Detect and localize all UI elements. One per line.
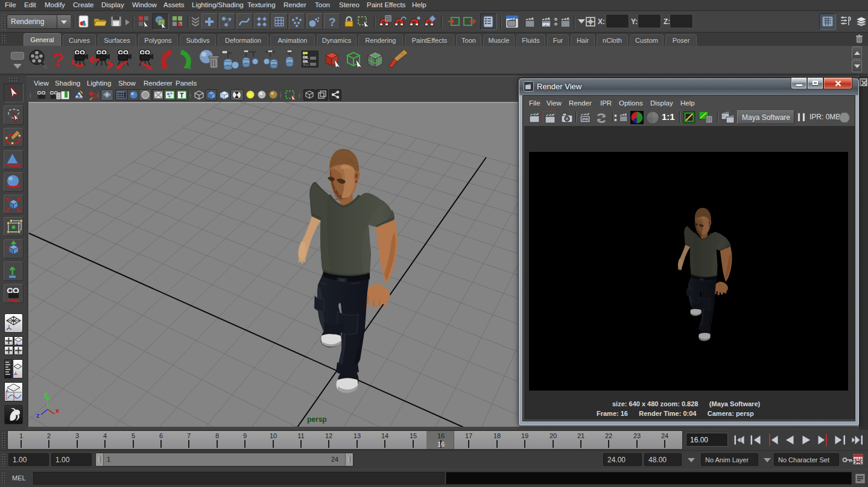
svg-text:IPR: IPR xyxy=(542,22,550,27)
svg-text:"": "" xyxy=(722,115,724,119)
svg-text:T: T xyxy=(180,92,184,99)
svg-text:z: z xyxy=(36,412,40,419)
svg-text:?: ? xyxy=(52,49,64,71)
svg-text:?: ? xyxy=(329,16,336,28)
svg-text:IPR: IPR xyxy=(582,118,589,121)
svg-text:y: y xyxy=(44,391,48,398)
svg-text:x: x xyxy=(55,407,60,414)
